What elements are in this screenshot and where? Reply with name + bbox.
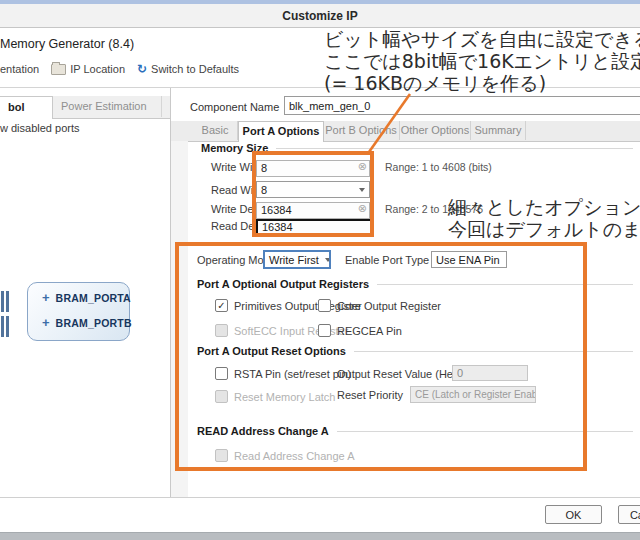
- clear-icon[interactable]: ⊗: [358, 160, 367, 173]
- top-annotation-line3: (= 16KBのメモリを作る): [324, 72, 640, 94]
- options-tab-strip: Basic Port A Options Port B Options Othe…: [171, 121, 640, 142]
- tab-summary-label: Summary: [474, 124, 521, 136]
- bram-porta-row[interactable]: + BRAM_PORTA: [42, 290, 131, 305]
- chevron-down-icon: [359, 188, 365, 192]
- disabled-checkbox-icon: [215, 449, 228, 462]
- read-depth-field: [256, 217, 372, 234]
- bus-stub: [6, 291, 9, 312]
- documentation-label: entation: [0, 63, 39, 75]
- write-depth-field: ⊗: [256, 200, 370, 217]
- optional-registers-header: Port A Optional Output Registers: [197, 278, 633, 290]
- side-annotation: 細々としたオプション. 今回はデフォルトのまま: [448, 196, 640, 240]
- component-name-input[interactable]: [284, 96, 640, 115]
- reset-priority-value: CE (Latch or Register Enable): [415, 389, 536, 400]
- unchecked-checkbox-icon[interactable]: [318, 299, 331, 312]
- write-width-field: ⊗: [256, 158, 370, 175]
- window-title-bar: Customize IP: [0, 4, 640, 28]
- rsta-pin-label: RSTA Pin (set/reset pin): [234, 368, 351, 380]
- top-annotation-line2: ここでは8bit幅で16Kエントリと設定: [324, 50, 640, 72]
- window-bottom-strip: [0, 532, 640, 540]
- tab-summary[interactable]: Summary: [471, 121, 526, 140]
- core-output-register-label: Core Output Register: [337, 300, 441, 312]
- switch-to-defaults-label: Switch to Defaults: [151, 63, 239, 75]
- read-depth-input[interactable]: [256, 219, 372, 236]
- tab-port-a-options[interactable]: Port A Options: [238, 121, 324, 142]
- disabled-checkbox-icon: [215, 324, 228, 337]
- tab-power-estimation[interactable]: Power Estimation: [53, 96, 162, 117]
- switch-to-defaults-button[interactable]: ↻ Switch to Defaults: [137, 62, 239, 76]
- chevron-down-icon: [325, 258, 331, 262]
- tab-port-b-options[interactable]: Port B Options: [323, 121, 400, 140]
- operating-mode-value: Write First: [269, 254, 319, 266]
- tab-port-a-options-label: Port A Options: [243, 125, 320, 137]
- documentation-button[interactable]: entation: [0, 63, 39, 75]
- ip-location-button[interactable]: IP Location: [51, 63, 125, 75]
- bram-portb-row[interactable]: + BRAM_PORTB: [42, 315, 132, 330]
- core-output-register-checkbox[interactable]: Core Output Register: [318, 299, 441, 312]
- form-left-margin: [171, 141, 188, 497]
- cancel-button[interactable]: Cancel: [618, 505, 640, 524]
- read-width-value: 8: [261, 184, 267, 196]
- enable-port-type-label: Enable Port Type: [345, 254, 429, 266]
- ok-button[interactable]: OK: [545, 505, 602, 524]
- tab-port-b-options-label: Port B Options: [325, 124, 397, 136]
- section-rule: [377, 284, 633, 285]
- disabled-checkbox-icon: [215, 390, 228, 403]
- tab-other-options[interactable]: Other Options: [400, 121, 471, 140]
- section-rule: [337, 431, 633, 432]
- top-annotation-line1: ビット幅やサイズを自由に設定できる.: [324, 28, 640, 50]
- footer-separator: [0, 497, 640, 498]
- refresh-icon: ↻: [137, 62, 147, 76]
- write-depth-input[interactable]: [256, 202, 370, 219]
- read-address-change-label: Read Address Change A: [234, 450, 354, 462]
- bus-stub: [1, 291, 4, 312]
- chevron-down-icon: [506, 258, 507, 262]
- memory-size-header-label: Memory Size: [201, 142, 268, 154]
- bram-portb-label: BRAM_PORTB: [56, 317, 132, 329]
- enable-port-type-select[interactable]: Use ENA Pin: [431, 251, 507, 268]
- side-annotation-line1: 細々としたオプション.: [448, 196, 640, 218]
- reset-options-header: Port A Output Reset Options: [197, 345, 633, 357]
- memory-size-header: Memory Size: [201, 142, 633, 154]
- reset-priority-label: Reset Priority: [337, 389, 403, 401]
- reset-options-header-label: Port A Output Reset Options: [197, 345, 346, 357]
- tab-basic[interactable]: Basic: [193, 121, 238, 140]
- read-address-change-checkbox: Read Address Change A: [215, 449, 354, 462]
- unchecked-checkbox-icon[interactable]: [318, 324, 331, 337]
- bram-porta-label: BRAM_PORTA: [56, 292, 131, 304]
- top-annotation: ビット幅やサイズを自由に設定できる. ここでは8bit幅で16Kエントリと設定 …: [324, 28, 640, 94]
- expand-plus-icon[interactable]: +: [42, 290, 50, 305]
- clear-icon[interactable]: ⊗: [358, 202, 367, 215]
- ip-name: Memory Generator (8.4): [0, 37, 134, 51]
- left-tab-strip: bol Power Estimation: [0, 96, 170, 119]
- write-width-input[interactable]: [256, 160, 370, 177]
- operating-mode-select[interactable]: Write First: [263, 250, 331, 269]
- check-icon: ✓: [217, 301, 225, 311]
- optional-registers-header-label: Port A Optional Output Registers: [197, 278, 369, 290]
- section-rule: [276, 148, 633, 149]
- tab-symbol[interactable]: bol: [0, 96, 53, 119]
- reset-priority-select: CE (Latch or Register Enable): [410, 386, 536, 403]
- read-address-header: READ Address Change A: [197, 425, 633, 437]
- checked-checkbox-icon[interactable]: ✓: [215, 299, 228, 312]
- reset-memory-latch-checkbox: Reset Memory Latch: [215, 390, 335, 403]
- side-annotation-line2: 今回はデフォルトのまま: [448, 218, 640, 240]
- output-reset-value-label: Output Reset Value (Hex): [337, 368, 462, 380]
- unchecked-checkbox-icon[interactable]: [215, 367, 228, 380]
- expand-plus-icon[interactable]: +: [42, 315, 50, 330]
- tab-symbol-label: bol: [8, 101, 25, 113]
- cancel-button-label: Cancel: [630, 509, 640, 521]
- regcea-pin-label: REGCEA Pin: [337, 325, 402, 337]
- write-width-range: Range: 1 to 4608 (bits): [385, 161, 492, 173]
- show-disabled-ports-label[interactable]: w disabled ports: [0, 122, 80, 134]
- section-rule: [354, 351, 633, 352]
- window-title: Customize IP: [282, 9, 357, 23]
- regcea-pin-checkbox[interactable]: REGCEA Pin: [318, 324, 402, 337]
- tab-basic-label: Basic: [202, 124, 229, 136]
- output-reset-value-input: [452, 365, 528, 381]
- read-width-select[interactable]: 8: [256, 181, 370, 198]
- rsta-pin-checkbox[interactable]: RSTA Pin (set/reset pin): [215, 367, 351, 380]
- customize-ip-dialog: { "window": { "title": "Customize IP" },…: [0, 0, 640, 540]
- tab-power-estimation-label: Power Estimation: [61, 100, 147, 112]
- enable-port-type-value: Use ENA Pin: [436, 254, 500, 266]
